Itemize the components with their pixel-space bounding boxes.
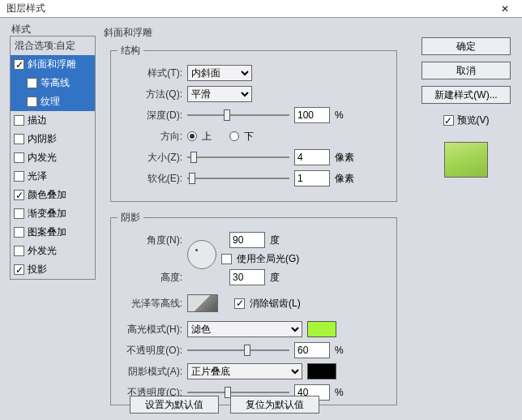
- titlebar: 图层样式 ✕: [0, 0, 522, 18]
- pct1: %: [335, 345, 344, 356]
- style-checkbox[interactable]: [14, 227, 24, 238]
- soften-input[interactable]: [294, 170, 330, 186]
- size-label: 大小(Z):: [118, 151, 182, 165]
- preview-swatch: [444, 142, 488, 178]
- style-item-label: 外发光: [28, 244, 57, 258]
- style-checkbox[interactable]: [14, 115, 24, 126]
- window-title: 图层样式: [6, 2, 488, 15]
- style-item[interactable]: 等高线: [11, 74, 95, 92]
- technique-select[interactable]: 平滑: [187, 86, 252, 102]
- highlight-opacity-label: 不透明度(O):: [118, 344, 182, 358]
- style-item-label: 图案叠加: [28, 225, 66, 239]
- highlight-mode-label: 高光模式(H):: [118, 323, 182, 336]
- style-item[interactable]: 描边: [11, 111, 95, 130]
- style-item-label: 投影: [28, 263, 47, 276]
- size-unit: 像素: [335, 151, 354, 165]
- shadow-color-swatch[interactable]: [307, 363, 336, 379]
- right-buttons: 确定 取消 新建样式(W)... 预览(V): [421, 37, 511, 178]
- style-item[interactable]: 颜色叠加: [11, 186, 95, 204]
- highlight-opacity-slider[interactable]: [187, 343, 289, 358]
- highlight-mode-select[interactable]: 滤色: [187, 321, 302, 337]
- style-item[interactable]: 渐变叠加: [11, 204, 95, 223]
- style-checkbox[interactable]: [27, 96, 37, 107]
- global-light-checkbox[interactable]: [221, 254, 232, 264]
- antialias-label: 消除锯齿(L): [250, 297, 301, 311]
- cancel-button[interactable]: 取消: [421, 62, 511, 79]
- direction-up-radio[interactable]: [187, 131, 197, 141]
- structure-group: 结构 样式(T): 内斜面 方法(Q): 平滑 深度(D): % 方向: 上 下…: [110, 44, 397, 202]
- close-icon: ✕: [501, 3, 509, 15]
- size-input[interactable]: [294, 149, 330, 165]
- soften-label: 软化(E):: [118, 172, 182, 186]
- styles-panel: 混合选项:自定 斜面和浮雕等高线纹理描边内阴影内发光光泽颜色叠加渐变叠加图案叠加…: [10, 36, 96, 280]
- styles-label: 样式: [11, 23, 31, 36]
- style-select[interactable]: 内斜面: [187, 65, 252, 81]
- preview-label: 预览(V): [457, 114, 490, 127]
- angle-input[interactable]: [229, 232, 265, 248]
- style-checkbox[interactable]: [27, 78, 37, 88]
- style-item-label: 斜面和浮雕: [28, 58, 76, 71]
- style-item[interactable]: 投影: [11, 260, 95, 279]
- depth-label: 深度(D):: [118, 109, 182, 122]
- angle-label: 角度(N):: [118, 234, 182, 247]
- soften-slider[interactable]: [187, 171, 289, 186]
- close-button[interactable]: ✕: [488, 0, 522, 18]
- depth-slider[interactable]: [187, 108, 289, 122]
- style-checkbox[interactable]: [14, 246, 24, 256]
- new-style-button[interactable]: 新建样式(W)...: [421, 86, 511, 104]
- antialias-checkbox[interactable]: [234, 298, 245, 309]
- style-item-label: 描边: [28, 114, 47, 127]
- style-checkbox[interactable]: [14, 208, 24, 219]
- structure-legend: 结构: [118, 44, 143, 58]
- style-item[interactable]: 纹理: [11, 92, 95, 111]
- angle-unit: 度: [270, 234, 280, 247]
- style-checkbox[interactable]: [14, 190, 24, 200]
- depth-unit: %: [335, 109, 344, 121]
- bottom-buttons: 设置为默认值 复位为默认值: [130, 396, 319, 414]
- direction-down-radio[interactable]: [229, 131, 239, 141]
- style-item-label: 光泽: [28, 169, 47, 183]
- ok-button[interactable]: 确定: [421, 37, 511, 55]
- style-item[interactable]: 内阴影: [11, 130, 95, 148]
- bevel-title: 斜面和浮雕: [104, 26, 404, 40]
- down-label: 下: [244, 130, 254, 144]
- angle-wheel[interactable]: [187, 240, 216, 269]
- highlight-opacity-input[interactable]: [294, 342, 330, 358]
- pct2: %: [335, 387, 344, 398]
- reset-default-button[interactable]: 复位为默认值: [230, 396, 319, 414]
- style-item-label: 内阴影: [28, 132, 57, 146]
- style-item[interactable]: 外发光: [11, 242, 95, 260]
- style-checkbox[interactable]: [14, 152, 24, 163]
- style-checkbox[interactable]: [14, 171, 24, 182]
- style-item-label: 颜色叠加: [28, 188, 66, 202]
- shadow-group: 阴影 角度(N): 度 使用全局光(G) 高度: 度 光泽等高线: 消除锯齿(L…: [110, 211, 397, 405]
- altitude-label: 高度:: [118, 271, 182, 285]
- make-default-button[interactable]: 设置为默认值: [130, 396, 219, 414]
- preview-checkbox[interactable]: [443, 115, 454, 126]
- gloss-contour-picker[interactable]: [187, 294, 218, 312]
- size-slider[interactable]: [187, 150, 289, 165]
- global-light-label: 使用全局光(G): [237, 252, 299, 266]
- depth-input[interactable]: [294, 107, 330, 123]
- highlight-color-swatch[interactable]: [307, 321, 336, 337]
- shadow-mode-select[interactable]: 正片叠底: [187, 363, 302, 379]
- style-item-label: 渐变叠加: [28, 207, 66, 221]
- style-checkbox[interactable]: [14, 59, 24, 70]
- style-item[interactable]: 光泽: [11, 167, 95, 186]
- blend-options[interactable]: 混合选项:自定: [11, 36, 95, 55]
- main: 样式 混合选项:自定 斜面和浮雕等高线纹理描边内阴影内发光光泽颜色叠加渐变叠加图…: [0, 18, 522, 420]
- style-item[interactable]: 内发光: [11, 148, 95, 167]
- altitude-input[interactable]: [229, 269, 265, 285]
- altitude-unit: 度: [270, 271, 280, 285]
- soften-unit: 像素: [335, 172, 354, 186]
- style-item-label: 等高线: [41, 76, 70, 90]
- shadow-mode-label: 阴影模式(A):: [118, 365, 182, 379]
- gloss-label: 光泽等高线:: [118, 297, 182, 311]
- style-item-label: 纹理: [41, 95, 60, 109]
- style-checkbox[interactable]: [14, 264, 24, 275]
- up-label: 上: [202, 130, 212, 144]
- style-item[interactable]: 图案叠加: [11, 223, 95, 242]
- style-checkbox[interactable]: [14, 134, 24, 144]
- style-item[interactable]: 斜面和浮雕: [11, 55, 95, 74]
- shadow-legend: 阴影: [118, 211, 143, 225]
